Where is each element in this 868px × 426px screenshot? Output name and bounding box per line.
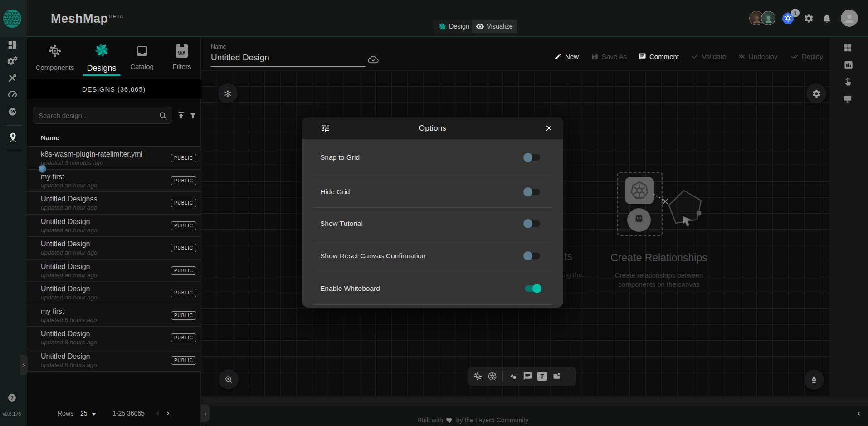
design-row[interactable]: Untitled Design updated an hour ago PUBL…	[27, 260, 201, 282]
views-grid-icon[interactable]	[843, 43, 853, 53]
dock-comment-icon[interactable]	[523, 372, 532, 381]
extensions-pie-icon[interactable]	[7, 107, 18, 117]
visibility-badge: PUBLIC	[171, 266, 196, 275]
show-tutorial-toggle[interactable]	[523, 219, 541, 228]
visibility-badge: PUBLIC	[171, 176, 196, 185]
onboarding-relationship-graphic	[650, 187, 709, 241]
tab-filters[interactable]: WA Filters	[155, 37, 209, 78]
options-modal-header: Options	[302, 117, 563, 139]
heart-icon	[446, 416, 454, 424]
pen-nib-icon	[809, 375, 819, 385]
rows-label: Rows	[58, 410, 73, 417]
rail-divider	[4, 125, 22, 126]
design-row[interactable]: my first updated an hour ago PUBLIC	[27, 170, 201, 192]
pencil-icon	[554, 53, 562, 60]
toolbar-deploy-button[interactable]: Deploy	[791, 53, 823, 60]
visibility-badge: PUBLIC	[171, 244, 196, 252]
options-modal-title: Options	[302, 124, 563, 133]
dock-media-icon[interactable]	[552, 372, 561, 381]
setting-row-enable-whiteboard: Enable Whiteboard	[313, 272, 552, 305]
toolbar-save-as-button[interactable]: Save As	[591, 53, 627, 60]
dock-text-icon[interactable]: T	[537, 372, 547, 381]
save-icon	[591, 53, 599, 60]
design-name-input[interactable]	[211, 51, 366, 67]
prev-page-button[interactable]: ‹	[156, 408, 159, 418]
snap-to-grid-toggle[interactable]	[523, 153, 541, 162]
designs-list: k8s-wasm-plugin-ratelimiter.yml updated …	[27, 147, 201, 372]
logo-cell[interactable]	[0, 0, 27, 37]
design-spiral-icon	[438, 22, 447, 31]
onboarding-description-line1: Create relationships between	[605, 271, 713, 279]
tab-components[interactable]: Components	[28, 37, 82, 78]
double-x-icon	[738, 53, 746, 60]
close-icon[interactable]	[545, 124, 553, 132]
touch-gesture-icon[interactable]	[843, 77, 853, 87]
version-label: v0.6.176	[0, 411, 24, 416]
toolbar-undeploy-button[interactable]: Undeploy	[738, 53, 777, 60]
mode-design-button[interactable]: Design	[434, 20, 473, 33]
filter-funnel-icon[interactable]	[188, 111, 198, 120]
cloud-saved-icon	[367, 54, 380, 66]
visualize-eye-icon	[476, 22, 484, 31]
visibility-badge: PUBLIC	[171, 154, 196, 162]
catalog-drawer-icon	[136, 44, 149, 58]
next-page-button[interactable]: ›	[166, 408, 169, 418]
design-row[interactable]: Untitled Design updated an hour ago PUBL…	[27, 215, 201, 237]
nav-rail: ? v0.6.176 ›	[0, 37, 27, 426]
dock-kubernetes-icon[interactable]	[488, 372, 497, 381]
design-row[interactable]: Untitled Designss updated an hour ago PU…	[27, 192, 201, 215]
upload-design-icon[interactable]	[176, 111, 186, 120]
mode-visualize-button[interactable]: Visualize	[472, 20, 517, 33]
design-row[interactable]: Untitled Design updated an hour ago PUBL…	[27, 237, 201, 260]
dock-components-icon[interactable]	[473, 372, 483, 381]
settings-gear-icon[interactable]	[804, 13, 814, 24]
design-row[interactable]: Untitled Design updated 8 hours ago PUBL…	[27, 349, 201, 372]
zoom-in-button[interactable]	[219, 369, 239, 389]
footer-left-collapse-handle[interactable]: ‹	[201, 404, 210, 422]
enable-whiteboard-toggle[interactable]	[523, 284, 541, 293]
hide-grid-toggle[interactable]	[523, 187, 541, 196]
canvas-settings-button[interactable]	[806, 83, 826, 103]
meshery-squid-icon	[631, 212, 647, 228]
design-row[interactable]: my first updated 6 hours ago PUBLIC	[27, 304, 201, 327]
page-size-select[interactable]: 25	[80, 410, 88, 417]
meshmap-pin-icon[interactable]	[7, 132, 19, 143]
setting-row-hide-grid: Hide Grid	[313, 176, 552, 208]
configuration-tools-icon[interactable]	[7, 73, 17, 83]
whiteboard-pen-button[interactable]	[804, 370, 824, 390]
collaborator-avatar-2[interactable]	[761, 11, 775, 25]
app-header: MeshMapBETA Design Visualize 1	[0, 0, 868, 37]
canvas-snowflake-button[interactable]	[218, 83, 238, 103]
lifecycle-gears-icon[interactable]	[7, 56, 18, 67]
user-avatar[interactable]	[841, 10, 858, 27]
dock-shapes-icon[interactable]	[508, 372, 518, 381]
design-row[interactable]: k8s-wasm-plugin-ratelimiter.yml updated …	[27, 147, 201, 170]
screen-icon[interactable]	[843, 93, 853, 104]
options-modal: Options Snap to Grid Hide Grid Show Tuto…	[302, 117, 563, 308]
person-icon	[843, 12, 856, 25]
toolbar-new-button[interactable]: New	[554, 53, 579, 60]
onboarding-title: Create Relationships	[605, 252, 713, 264]
footer-right-collapse-handle[interactable]: ‹	[858, 409, 860, 418]
gear-icon	[812, 89, 821, 98]
chart-panel-icon[interactable]	[843, 59, 854, 71]
help-icon[interactable]: ?	[8, 394, 16, 402]
design-owner-avatar	[39, 165, 46, 173]
design-row[interactable]: Untitled Design updated an hour ago PUBL…	[27, 282, 201, 304]
search-input[interactable]	[33, 107, 172, 124]
toolbar-validate-button[interactable]: Validate	[691, 53, 726, 60]
performance-gauge-icon[interactable]	[7, 89, 18, 99]
range-label: 1-25 36065	[112, 410, 145, 417]
divider	[27, 146, 201, 147]
drawer-expand-handle[interactable]: ›	[20, 355, 28, 375]
show-reset-canvas-confirmation-toggle[interactable]	[523, 251, 541, 260]
dashboard-icon[interactable]	[7, 40, 17, 50]
toolbar-comment-button[interactable]: Comment	[639, 53, 679, 60]
onboarding-meshery-tile	[627, 208, 651, 232]
components-chip-icon	[48, 44, 62, 58]
design-row[interactable]: Untitled Design updated 8 hours ago PUBL…	[27, 327, 201, 349]
designs-spiral-icon	[94, 42, 110, 58]
setting-row-show-tutorial: Show Tutorial	[313, 208, 552, 240]
notifications-bell-icon[interactable]	[822, 13, 832, 24]
beta-tag: BETA	[109, 14, 124, 19]
